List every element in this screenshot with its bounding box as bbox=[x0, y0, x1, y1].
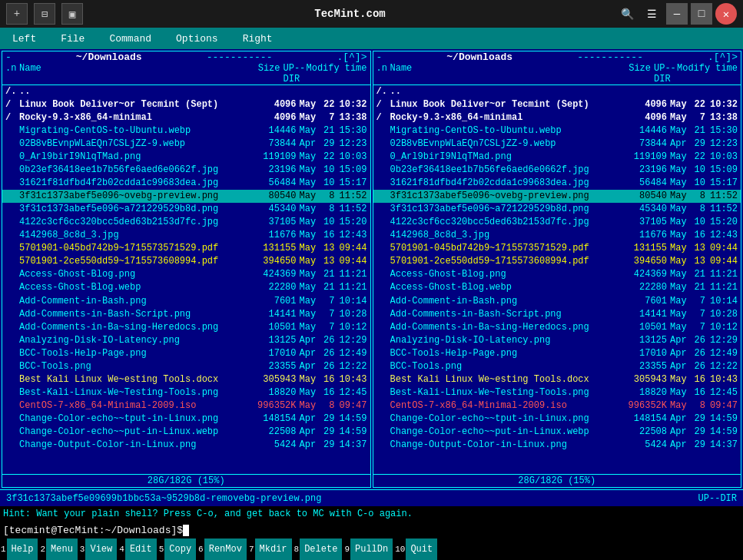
file-col-day: 21 bbox=[323, 268, 335, 281]
list-item[interactable]: /Linux Book Deliver~or Tecmint (Sept)409… bbox=[373, 98, 741, 111]
list-item[interactable]: Access-Ghost-Blog.webp22280May2111:21 bbox=[373, 281, 741, 294]
split-button[interactable]: ⊟ bbox=[34, 3, 55, 25]
menu-item-right[interactable]: Right bbox=[231, 30, 285, 48]
list-item[interactable]: Best Kali Linux We~esting Tools.docx3059… bbox=[2, 373, 370, 386]
list-item[interactable]: Migrating-CentOS-to-Ubuntu.webp14446May2… bbox=[2, 124, 370, 138]
file-col-size: 56484 bbox=[615, 177, 667, 190]
file-col-month: May bbox=[300, 216, 323, 229]
file-col-time: 14:37 bbox=[705, 439, 738, 452]
list-item[interactable]: Add-Comments-in-Bash-Script.png14141May7… bbox=[373, 308, 741, 321]
list-item[interactable]: 5701901-2ce550dd59~1715573608994.pdf3946… bbox=[373, 255, 741, 268]
command-line[interactable]: [tecmint@TecMint:~/Downloads]$ bbox=[0, 522, 743, 538]
menu-item-file[interactable]: File bbox=[48, 30, 97, 48]
fkey-renmov[interactable]: 6RenMov bbox=[197, 538, 248, 560]
list-item[interactable]: Access-Ghost-Blog.webp22280May2111:21 bbox=[2, 281, 370, 294]
menu-item-options[interactable]: Options bbox=[164, 30, 231, 48]
menu-item-left[interactable]: Left bbox=[0, 30, 48, 48]
file-col-n bbox=[5, 281, 19, 294]
list-item[interactable]: 3f31c1373abef5e096~ovebg-preview.png8054… bbox=[2, 190, 370, 203]
list-item[interactable]: /Rocky-9.3-x86_64-minimal4096May713:38 bbox=[373, 111, 741, 124]
fkey-edit[interactable]: 4Edit bbox=[118, 538, 158, 560]
list-item[interactable]: 0b23ef36418ee1b7b56fe6aed6e0662f.jpg2319… bbox=[373, 164, 741, 177]
list-item[interactable]: 4122c3cf6cc320bcc5ded63b2153d7fc.jpg3710… bbox=[373, 216, 741, 229]
list-item[interactable]: Change-Output-Color-in-Linux.png5424Apr2… bbox=[2, 439, 370, 452]
hamburger-menu-button[interactable]: ☰ bbox=[642, 3, 663, 25]
list-item[interactable]: Access-Ghost-Blog.png424369May2111:21 bbox=[373, 268, 741, 281]
minimize-button[interactable]: — bbox=[666, 3, 688, 25]
list-item[interactable]: /... bbox=[373, 85, 741, 98]
list-item[interactable]: BCC-Tools.png23355Apr2612:22 bbox=[2, 360, 370, 373]
list-item[interactable]: 31621f81dfbd4f2b02cdda1c99683dea.jpg5648… bbox=[2, 177, 370, 190]
fkey-num: 8 bbox=[294, 545, 300, 554]
list-item[interactable]: 5701901-045bd742b9~1715573571529.pdf1311… bbox=[373, 242, 741, 255]
list-item[interactable]: 3f31c1373abef5e096~a721229529b8d.png4534… bbox=[2, 203, 370, 216]
list-item[interactable]: 4122c3cf6cc320bcc5ded63b2153d7fc.jpg3710… bbox=[2, 216, 370, 229]
list-item[interactable]: Best-Kali-Linux-We~Testing-Tools.png1882… bbox=[373, 386, 741, 399]
fkey-quit[interactable]: 10Quit bbox=[394, 538, 437, 560]
list-item[interactable]: Access-Ghost-Blog.png424369May2111:21 bbox=[2, 268, 370, 281]
list-item[interactable]: CentOS-7-x86_64-Minimal-2009.iso996352KM… bbox=[373, 399, 741, 413]
new-tab-button[interactable]: + bbox=[6, 3, 28, 25]
list-item[interactable]: Best-Kali-Linux-We~Testing-Tools.png1882… bbox=[2, 386, 370, 399]
list-item[interactable]: Change-Color-echo~~tput-in-Linux.png1481… bbox=[2, 413, 370, 426]
fkey-mkdir[interactable]: 7Mkdir bbox=[248, 538, 294, 560]
list-item[interactable]: BCC-Tools-Help-Page.png17010Apr2612:49 bbox=[2, 347, 370, 360]
status-bar: 3f31c1373abef5e09699b1bbc53a~9529b8d-rem… bbox=[0, 489, 743, 506]
list-item[interactable]: Best Kali Linux We~esting Tools.docx3059… bbox=[373, 373, 741, 386]
list-item[interactable]: Change-Color-echo~~put-in-Linux.webp2250… bbox=[373, 426, 741, 439]
list-item[interactable]: Analyzing-Disk-IO-Latency.png13125Apr261… bbox=[373, 334, 741, 347]
fkey-delete[interactable]: 8Delete bbox=[294, 538, 344, 560]
list-item[interactable]: 4142968_8c8d_3.jpg11676May1612:43 bbox=[2, 229, 370, 242]
file-col-n bbox=[376, 426, 390, 439]
list-item[interactable]: 5701901-045bd742b9~1715573571529.pdf1311… bbox=[2, 242, 370, 255]
close-button[interactable]: ✕ bbox=[715, 3, 737, 25]
list-item[interactable]: 3f31c1373abef5e096~a721229529b8d.png4534… bbox=[373, 203, 741, 216]
file-col-name: 4122c3cf6cc320bcc5ded63b2153d7fc.jpg bbox=[390, 216, 615, 229]
list-item[interactable]: Add-Comment-in-Bash.png7601May710:14 bbox=[2, 295, 370, 308]
file-col-time: 10:03 bbox=[705, 151, 738, 164]
file-col-time: 14:59 bbox=[335, 426, 367, 439]
terminal-button[interactable]: ▣ bbox=[61, 3, 83, 25]
search-button[interactable]: 🔍 bbox=[617, 3, 639, 25]
list-item[interactable]: 02B8vBEvnpWLaEQn7CSLjZZ-9.webp73844Apr29… bbox=[373, 138, 741, 151]
list-item[interactable]: /Rocky-9.3-x86_64-minimal4096May713:38 bbox=[2, 111, 370, 124]
file-col-month: May bbox=[300, 308, 323, 321]
list-item[interactable]: CentOS-7-x86_64-Minimal-2009.iso996352KM… bbox=[2, 399, 370, 413]
list-item[interactable]: 4142968_8c8d_3.jpg11676May1612:43 bbox=[373, 229, 741, 242]
file-col-time: 11:52 bbox=[705, 203, 738, 216]
list-item[interactable]: Add-Comment-in-Bash.png7601May710:14 bbox=[373, 295, 741, 308]
list-item[interactable]: 02B8vBEvnpWLaEQn7CSLjZZ-9.webp73844Apr29… bbox=[2, 138, 370, 151]
list-item[interactable]: Migrating-CentOS-to-Ubuntu.webp14446May2… bbox=[373, 124, 741, 138]
list-item[interactable]: Change-Output-Color-in-Linux.png5424Apr2… bbox=[373, 439, 741, 452]
file-col-name: 02B8vBEvnpWLaEQn7CSLjZZ-9.webp bbox=[390, 138, 615, 151]
list-item[interactable]: Change-Color-echo~~put-in-Linux.webp2250… bbox=[2, 426, 370, 439]
maximize-button[interactable]: □ bbox=[691, 3, 712, 25]
fkey-view[interactable]: 3View bbox=[79, 538, 118, 560]
file-col-size: 119109 bbox=[244, 151, 297, 164]
list-item[interactable]: 0_Arl9birI9NlqTMad.png119109May2210:03 bbox=[373, 151, 741, 164]
fkey-menu[interactable]: 2Menu bbox=[39, 538, 78, 560]
file-col-time: 15:30 bbox=[705, 124, 738, 138]
fkey-help[interactable]: 1Help bbox=[0, 538, 39, 560]
list-item[interactable]: 31621f81dfbd4f2b02cdda1c99683dea.jpg5648… bbox=[373, 177, 741, 190]
list-item[interactable]: /... bbox=[2, 85, 370, 98]
menu-item-command[interactable]: Command bbox=[97, 30, 164, 48]
list-item[interactable]: 0_Arl9birI9NlqTMad.png119109May2210:03 bbox=[2, 151, 370, 164]
list-item[interactable]: 0b23ef36418ee1b7b56fe6aed6e0662f.jpg2319… bbox=[2, 164, 370, 177]
titlebar: + ⊟ ▣ TecMint.com 🔍 ☰ — □ ✕ bbox=[0, 0, 743, 28]
list-item[interactable]: Add-Comments-in-Bash-Script.png14141May7… bbox=[2, 308, 370, 321]
file-col-size: 5424 bbox=[615, 439, 667, 452]
file-col-day: 10 bbox=[323, 164, 335, 177]
fkey-pulldn[interactable]: 9PullDn bbox=[343, 538, 394, 560]
file-col-day: 22 bbox=[693, 98, 705, 111]
list-item[interactable]: /Linux Book Deliver~or Tecmint (Sept)409… bbox=[2, 98, 370, 111]
fkey-copy[interactable]: 5Copy bbox=[158, 538, 197, 560]
list-item[interactable]: Analyzing-Disk-IO-Latency.png13125Apr261… bbox=[2, 334, 370, 347]
list-item[interactable]: Change-Color-echo~~tput-in-Linux.png1481… bbox=[373, 413, 741, 426]
list-item[interactable]: 3f31c1373abef5e096~ovebg-preview.png8054… bbox=[373, 190, 741, 203]
list-item[interactable]: 5701901-2ce550dd59~1715573608994.pdf3946… bbox=[2, 255, 370, 268]
list-item[interactable]: BCC-Tools-Help-Page.png17010Apr2612:49 bbox=[373, 347, 741, 360]
list-item[interactable]: Add-Comments-in-Ba~sing-Heredocs.png1050… bbox=[373, 321, 741, 334]
list-item[interactable]: BCC-Tools.png23355Apr2612:22 bbox=[373, 360, 741, 373]
list-item[interactable]: Add-Comments-in-Ba~sing-Heredocs.png1050… bbox=[2, 321, 370, 334]
